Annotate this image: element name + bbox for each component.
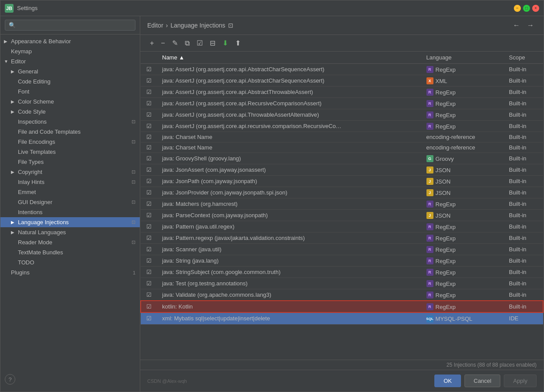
row-checkbox[interactable]: ☑ bbox=[141, 121, 157, 132]
table-row[interactable]: ☑java: String (java.lang)RRegExpBuilt-in bbox=[141, 255, 543, 267]
table-row[interactable]: ☑java: AssertJ (org.assertj.core.api.rec… bbox=[141, 121, 543, 132]
table-row[interactable]: ☑java: JsonAssert (com.jayway.jsonassert… bbox=[141, 164, 543, 176]
row-checkbox[interactable]: ☑ bbox=[141, 232, 157, 244]
row-name: java: Pattern.regexp (javax/jakarta.vali… bbox=[157, 232, 421, 244]
table-row[interactable]: ☑java: Validate (org.apache.commons.lang… bbox=[141, 289, 543, 301]
cancel-button[interactable]: Cancel bbox=[464, 375, 500, 387]
remove-button[interactable]: − bbox=[158, 38, 167, 49]
sidebar-item-keymap[interactable]: Keymap bbox=[0, 46, 140, 56]
row-checkbox[interactable]: ☑ bbox=[141, 289, 157, 301]
table-row[interactable]: ☑java: Charset Nameencoding-referenceBui… bbox=[141, 142, 543, 153]
row-checkbox[interactable]: ☑ bbox=[141, 109, 157, 121]
table-row[interactable]: ☑java: AssertJ (org.assertj.core.api.Rec… bbox=[141, 98, 543, 109]
table-row[interactable]: ☑java: AssertJ (org.assertj.core.api.Abs… bbox=[141, 64, 543, 75]
sidebar-item-general[interactable]: ▶General bbox=[0, 66, 140, 76]
row-checkbox[interactable]: ☑ bbox=[141, 176, 157, 187]
table-row[interactable]: ☑java: Pattern.regexp (javax/jakarta.val… bbox=[141, 232, 543, 244]
sidebar-item-file-encodings[interactable]: File Encodings⊡ bbox=[0, 137, 140, 147]
row-name: java: JsonPath (com.jayway.jsonpath) bbox=[157, 176, 421, 187]
enable-button[interactable]: ☑ bbox=[194, 38, 205, 49]
table-row[interactable]: ☑java: AssertJ (org.assertj.core.api.Thr… bbox=[141, 109, 543, 121]
sidebar-item-language-injections[interactable]: ▶Language Injections⊡ bbox=[0, 217, 140, 227]
sidebar-item-file-types[interactable]: File Types bbox=[0, 157, 140, 167]
table-row[interactable]: ☑java: Scanner (java.util)RRegExpBuilt-i… bbox=[141, 244, 543, 255]
table-row[interactable]: ☑java: JsonProvider (com.jayway.jsonpath… bbox=[141, 187, 543, 198]
sidebar-item-inlay-hints[interactable]: Inlay Hints⊡ bbox=[0, 177, 140, 187]
row-checkbox[interactable]: ☑ bbox=[141, 221, 157, 232]
table-row[interactable]: ☑java: Charset Nameencoding-referenceBui… bbox=[141, 132, 543, 142]
sidebar-item-emmet[interactable]: Emmet bbox=[0, 187, 140, 197]
sidebar-item-appearance--behavior[interactable]: ▶Appearance & Behavior bbox=[0, 36, 140, 46]
sidebar-item-intentions[interactable]: Intentions bbox=[0, 207, 140, 217]
tree-arrow-icon: ▶ bbox=[11, 109, 16, 114]
table-row[interactable]: ☑java: GroovyShell (groovy.lang)GGroovyB… bbox=[141, 153, 543, 164]
sidebar-item-live-templates[interactable]: Live Templates bbox=[0, 147, 140, 157]
row-checkbox[interactable]: ☑ bbox=[141, 267, 157, 278]
row-language: RRegExp bbox=[421, 289, 504, 301]
col-name[interactable]: Name ▲ bbox=[157, 52, 421, 64]
nav-forward-button[interactable]: → bbox=[524, 21, 537, 30]
row-checkbox[interactable]: ☑ bbox=[141, 187, 157, 198]
row-checkbox[interactable]: ☑ bbox=[141, 210, 157, 221]
sidebar-item-natural-languages[interactable]: ▶Natural Languages bbox=[0, 227, 140, 237]
row-checkbox[interactable]: ☑ bbox=[141, 244, 157, 255]
row-checkbox[interactable]: ☑ bbox=[141, 164, 157, 176]
table-row[interactable]: ☑java: Pattern (java.util.regex)RRegExpB… bbox=[141, 221, 543, 232]
table-row[interactable]: ☑java: ParseContext (com.jayway.jsonpath… bbox=[141, 210, 543, 221]
search-input[interactable] bbox=[5, 20, 135, 31]
row-checkbox[interactable]: ☑ bbox=[141, 87, 157, 98]
row-checkbox[interactable]: ☑ bbox=[141, 75, 157, 87]
col-language[interactable]: Language bbox=[421, 52, 504, 64]
sidebar-item-font[interactable]: Font bbox=[0, 87, 140, 97]
sidebar-item-code-style[interactable]: ▶Code Style bbox=[0, 107, 140, 117]
sidebar-item-label: Plugins bbox=[11, 269, 30, 276]
injections-table-container: Name ▲ Language Scope ☑java: AssertJ (or… bbox=[140, 52, 544, 360]
col-scope[interactable]: Scope bbox=[504, 52, 543, 64]
disable-button[interactable]: ⊟ bbox=[207, 38, 218, 49]
sidebar-item-color-scheme[interactable]: ▶Color Scheme bbox=[0, 97, 140, 107]
row-checkbox[interactable]: ☑ bbox=[141, 312, 157, 324]
sidebar-item-code-editing[interactable]: Code Editing bbox=[0, 76, 140, 87]
minimize-button[interactable]: − bbox=[514, 5, 521, 12]
sidebar-item-editor[interactable]: ▼Editor bbox=[0, 56, 140, 66]
sidebar-item-inspections[interactable]: Inspections⊡ bbox=[0, 117, 140, 127]
row-checkbox[interactable]: ☑ bbox=[141, 132, 157, 142]
sidebar-item-copyright[interactable]: ▶Copyright⊡ bbox=[0, 167, 140, 177]
table-row[interactable]: ☑java: AssertJ (org.assertj.core.api.Abs… bbox=[141, 75, 543, 87]
sidebar-item-plugins[interactable]: Plugins1 bbox=[0, 267, 140, 278]
table-row[interactable]: ☑java: Matchers (org.hamcrest)RRegExpBui… bbox=[141, 198, 543, 210]
add-button[interactable]: + bbox=[147, 38, 156, 49]
row-checkbox[interactable]: ☑ bbox=[141, 142, 157, 153]
edit-button[interactable]: ✎ bbox=[170, 38, 180, 49]
row-checkbox[interactable]: ☑ bbox=[141, 153, 157, 164]
table-row[interactable]: ☑java: JsonPath (com.jayway.jsonpath)JJS… bbox=[141, 176, 543, 187]
ok-button[interactable]: OK bbox=[434, 375, 461, 387]
table-row[interactable]: ☑xml: Mybatis sql|select|update|insert|d… bbox=[141, 312, 543, 324]
nav-back-button[interactable]: ← bbox=[510, 21, 523, 30]
sidebar-item-file-and-code-templates[interactable]: File and Code Templates bbox=[0, 127, 140, 137]
import-down-button[interactable]: ⬇ bbox=[220, 38, 231, 49]
close-button[interactable]: × bbox=[532, 5, 539, 12]
lang-name: RegExp bbox=[436, 201, 456, 208]
watermark: CSDN @Alex-wqh bbox=[147, 378, 187, 384]
help-button[interactable]: ? bbox=[5, 374, 15, 385]
row-checkbox[interactable]: ☑ bbox=[141, 98, 157, 109]
apply-button[interactable]: Apply bbox=[504, 375, 537, 387]
row-checkbox[interactable]: ☑ bbox=[141, 198, 157, 210]
import-up-button[interactable]: ⬆ bbox=[232, 38, 243, 49]
sidebar-item-gui-designer[interactable]: GUI Designer⊡ bbox=[0, 197, 140, 207]
table-row[interactable]: ☑java: AssertJ (org.assertj.core.api.Abs… bbox=[141, 87, 543, 98]
copy-button[interactable]: ⧉ bbox=[182, 38, 192, 49]
sidebar-item-reader-mode[interactable]: Reader Mode⊡ bbox=[0, 237, 140, 247]
table-row[interactable]: ☑java: StringSubject (com.google.common.… bbox=[141, 267, 543, 278]
row-checkbox[interactable]: ☑ bbox=[141, 255, 157, 267]
row-checkbox[interactable]: ☑ bbox=[141, 301, 157, 312]
row-checkbox[interactable]: ☑ bbox=[141, 64, 157, 75]
row-checkbox[interactable]: ☑ bbox=[141, 278, 157, 289]
table-row[interactable]: ☑kotlin: KotlinRRegExpBuilt-in bbox=[141, 301, 543, 312]
lang-badge: JJSON bbox=[426, 189, 451, 196]
sidebar-item-todo[interactable]: TODO bbox=[0, 257, 140, 267]
sidebar-item-textmate-bundles[interactable]: TextMate Bundles bbox=[0, 247, 140, 257]
table-row[interactable]: ☑java: Test (org.testng.annotations)RReg… bbox=[141, 278, 543, 289]
maximize-button[interactable]: □ bbox=[523, 5, 530, 12]
